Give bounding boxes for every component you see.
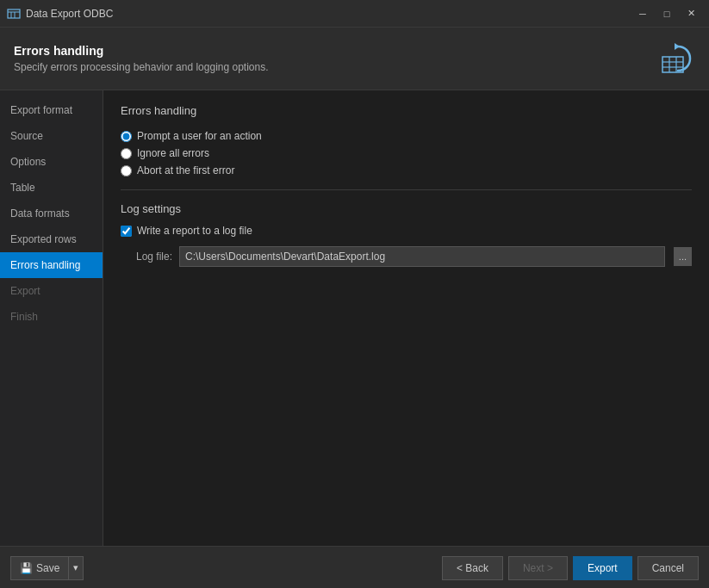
- sidebar-item-errors-handling[interactable]: Errors handling: [0, 252, 103, 278]
- errors-handling-title: Errors handling: [121, 104, 692, 117]
- sidebar-item-options[interactable]: Options: [0, 149, 103, 175]
- radio-ignore[interactable]: [121, 148, 132, 159]
- title-bar: Data Export ODBC ─ □ ✕: [0, 0, 709, 28]
- window-title: Data Export ODBC: [26, 8, 631, 20]
- footer-right: < Back Next > Export Cancel: [442, 556, 699, 580]
- errors-handling-options: Prompt a user for an action Ignore all e…: [121, 127, 692, 179]
- sidebar: Export format Source Options Table Data …: [0, 90, 103, 546]
- radio-ignore-label[interactable]: Ignore all errors: [121, 145, 692, 162]
- page-subtitle: Specify errors processing behavior and l…: [14, 61, 269, 73]
- sidebar-item-source[interactable]: Source: [0, 123, 103, 149]
- app-icon: [7, 7, 21, 21]
- radio-prompt-label[interactable]: Prompt a user for an action: [121, 127, 692, 145]
- save-icon: 💾: [20, 562, 33, 574]
- header-text: Errors handling Specify errors processin…: [14, 44, 269, 73]
- footer-left: 💾 Save ▾: [10, 556, 84, 580]
- export-button[interactable]: Export: [573, 556, 632, 580]
- section-divider: [121, 189, 692, 190]
- save-button-group: 💾 Save ▾: [10, 556, 84, 580]
- page-title: Errors handling: [14, 44, 269, 58]
- log-settings-title: Log settings: [121, 202, 692, 215]
- page-header: Errors handling Specify errors processin…: [0, 28, 709, 90]
- sidebar-item-data-formats[interactable]: Data formats: [0, 201, 103, 226]
- save-dropdown-button[interactable]: ▾: [68, 556, 84, 580]
- sidebar-item-finish: Finish: [0, 304, 103, 330]
- radio-abort-label[interactable]: Abort at the first error: [121, 162, 692, 179]
- sidebar-item-table[interactable]: Table: [0, 175, 103, 201]
- footer: 💾 Save ▾ < Back Next > Export Cancel: [0, 546, 709, 588]
- sidebar-item-export: Export: [0, 278, 103, 304]
- write-report-checkbox[interactable]: [121, 226, 132, 237]
- window-controls: ─ □ ✕: [631, 5, 702, 22]
- radio-abort[interactable]: [121, 165, 132, 176]
- log-file-label: Log file:: [121, 251, 172, 263]
- radio-prompt[interactable]: [121, 131, 132, 142]
- restore-button[interactable]: □: [656, 5, 678, 22]
- log-file-input-wrap: [179, 246, 665, 267]
- write-report-label[interactable]: Write a report to a log file: [121, 222, 692, 239]
- back-button[interactable]: < Back: [442, 556, 503, 580]
- log-file-browse-button[interactable]: ...: [674, 247, 692, 266]
- log-file-input[interactable]: [185, 251, 659, 263]
- cancel-button[interactable]: Cancel: [637, 556, 699, 580]
- log-file-row: Log file: ...: [121, 246, 692, 267]
- minimize-button[interactable]: ─: [631, 5, 654, 22]
- content-area: Errors handling Prompt a user for an act…: [103, 90, 709, 546]
- close-button[interactable]: ✕: [680, 5, 702, 22]
- sidebar-item-exported-rows[interactable]: Exported rows: [0, 226, 103, 252]
- next-button[interactable]: Next >: [508, 556, 568, 580]
- main-layout: Export format Source Options Table Data …: [0, 90, 709, 546]
- sidebar-item-export-format[interactable]: Export format: [0, 97, 103, 123]
- header-icon: [654, 38, 695, 79]
- svg-rect-0: [8, 9, 20, 18]
- save-button[interactable]: 💾 Save: [10, 556, 68, 580]
